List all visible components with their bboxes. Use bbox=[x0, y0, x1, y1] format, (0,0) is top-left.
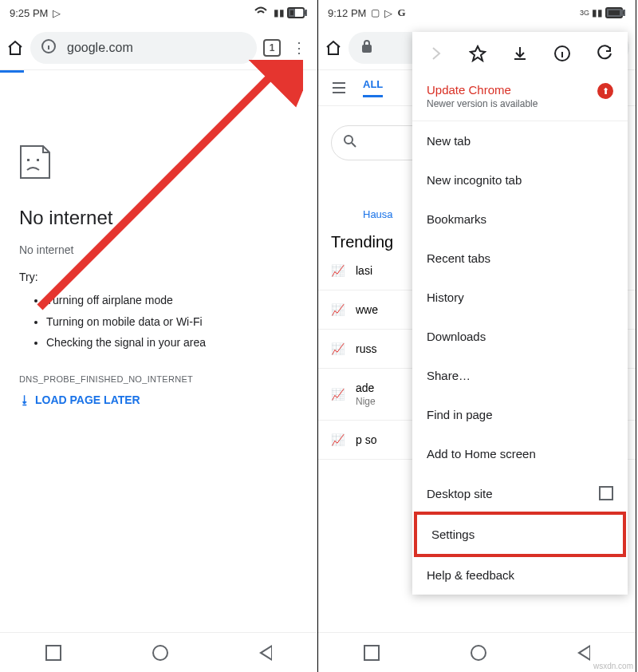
menu-bookmarks[interactable]: Bookmarks bbox=[412, 200, 628, 239]
update-badge-icon: ⬆ bbox=[597, 83, 613, 99]
url-text: google.com bbox=[67, 41, 133, 55]
menu-help-feedback[interactable]: Help & feedback bbox=[412, 555, 628, 595]
tip-item: Turning on mobile data or Wi-Fi bbox=[46, 311, 298, 333]
network-type: 3G bbox=[580, 9, 589, 17]
home-button[interactable] bbox=[152, 645, 168, 661]
status-bar: 9:25 PM ▷ ▮▮ bbox=[0, 0, 317, 26]
battery-icon bbox=[605, 7, 626, 18]
back-button[interactable] bbox=[259, 645, 272, 661]
overflow-menu: Update Chrome Newer version is available… bbox=[412, 32, 628, 595]
android-navbar bbox=[0, 632, 317, 672]
error-tips-list: Turning off airplane mode Turning on mob… bbox=[19, 290, 298, 354]
android-navbar bbox=[318, 632, 636, 672]
menu-recent-tabs[interactable]: Recent tabs bbox=[412, 239, 628, 278]
more-menu-icon[interactable]: ⋮ bbox=[287, 39, 311, 57]
status-time: 9:25 PM bbox=[10, 7, 48, 19]
back-button[interactable] bbox=[577, 645, 590, 661]
play-store-icon: ▷ bbox=[384, 7, 392, 19]
svg-rect-12 bbox=[363, 45, 371, 52]
info-icon bbox=[41, 39, 59, 57]
status-bar: 9:12 PM ▢ ▷ G 3G ▮▮ bbox=[318, 0, 636, 26]
menu-add-home-screen[interactable]: Add to Home screen bbox=[412, 434, 628, 473]
browser-toolbar: google.com 1 ⋮ bbox=[0, 26, 317, 70]
menu-update-chrome[interactable]: Update Chrome Newer version is available… bbox=[412, 75, 628, 121]
download-icon[interactable] bbox=[511, 45, 529, 62]
left-phone-screenshot: 9:25 PM ▷ ▮▮ google.com 1 ⋮ No internet … bbox=[0, 0, 318, 672]
info-icon[interactable] bbox=[553, 45, 571, 62]
tip-item: Turning off airplane mode bbox=[46, 290, 298, 311]
lock-icon bbox=[360, 39, 377, 57]
search-icon bbox=[343, 134, 360, 152]
menu-history[interactable]: History bbox=[412, 278, 628, 317]
svg-rect-10 bbox=[622, 10, 624, 15]
error-code: DNS_PROBE_FINISHED_NO_INTERNET bbox=[19, 374, 298, 384]
svg-rect-1 bbox=[304, 10, 306, 15]
error-sub: No internet bbox=[19, 243, 298, 256]
menu-new-incognito[interactable]: New incognito tab bbox=[412, 160, 628, 200]
dino-error-icon bbox=[19, 144, 317, 183]
watermark: wsxdn.com bbox=[593, 662, 633, 670]
trending-icon: 📈 bbox=[331, 303, 345, 316]
svg-rect-6 bbox=[27, 159, 30, 161]
error-content: No internet No internet Try: Turning off… bbox=[0, 207, 317, 406]
tab-switcher[interactable]: 1 bbox=[263, 39, 281, 57]
try-label: Try: bbox=[19, 271, 298, 283]
svg-rect-2 bbox=[289, 10, 294, 16]
battery-icon bbox=[287, 7, 308, 18]
tip-item: Checking the signal in your area bbox=[46, 332, 298, 354]
svg-line-17 bbox=[352, 143, 356, 147]
star-icon[interactable] bbox=[469, 45, 486, 62]
menu-share[interactable]: Share… bbox=[412, 356, 628, 395]
menu-find-in-page[interactable]: Find in page bbox=[412, 395, 628, 434]
load-page-later-button[interactable]: ⭳ LOAD PAGE LATER bbox=[19, 393, 298, 406]
menu-downloads[interactable]: Downloads bbox=[412, 317, 628, 356]
hamburger-icon[interactable] bbox=[331, 79, 349, 97]
error-heading: No internet bbox=[19, 207, 298, 229]
svg-rect-7 bbox=[37, 159, 39, 161]
download-icon: ⭳ bbox=[19, 393, 30, 406]
wifi-icon bbox=[254, 4, 271, 22]
trending-icon: 📈 bbox=[331, 342, 345, 355]
home-icon[interactable] bbox=[6, 39, 24, 57]
svg-point-16 bbox=[345, 136, 352, 144]
menu-desktop-site[interactable]: Desktop site bbox=[412, 473, 628, 513]
forward-icon[interactable] bbox=[427, 45, 444, 62]
play-store-icon: ▷ bbox=[53, 7, 61, 19]
tab-all[interactable]: ALL bbox=[363, 78, 383, 97]
recent-apps-button[interactable] bbox=[364, 645, 380, 661]
status-time: 9:12 PM bbox=[328, 7, 366, 19]
menu-settings[interactable]: Settings bbox=[414, 512, 626, 557]
svg-rect-11 bbox=[608, 10, 620, 16]
recent-apps-button[interactable] bbox=[45, 645, 61, 661]
trending-icon: 📈 bbox=[331, 433, 345, 446]
signal-icon: ▮▮ bbox=[274, 7, 285, 18]
google-icon: G bbox=[397, 6, 405, 19]
home-icon[interactable] bbox=[325, 39, 342, 57]
omnibox[interactable]: google.com bbox=[30, 32, 257, 64]
home-button[interactable] bbox=[471, 645, 486, 661]
loading-indicator bbox=[0, 70, 24, 73]
trending-icon: 📈 bbox=[331, 264, 345, 277]
right-phone-screenshot: 9:12 PM ▢ ▷ G 3G ▮▮ ALL Hausa Trending 📈… bbox=[318, 0, 636, 672]
update-sub: Newer version is available bbox=[427, 98, 538, 109]
update-title: Update Chrome bbox=[427, 83, 538, 97]
menu-new-tab[interactable]: New tab bbox=[412, 121, 628, 160]
reload-icon[interactable] bbox=[596, 45, 613, 62]
trending-icon: 📈 bbox=[331, 388, 345, 401]
desktop-site-checkbox[interactable] bbox=[599, 486, 613, 500]
signal-icon: ▮▮ bbox=[592, 7, 603, 18]
screenshot-icon: ▢ bbox=[371, 7, 380, 18]
